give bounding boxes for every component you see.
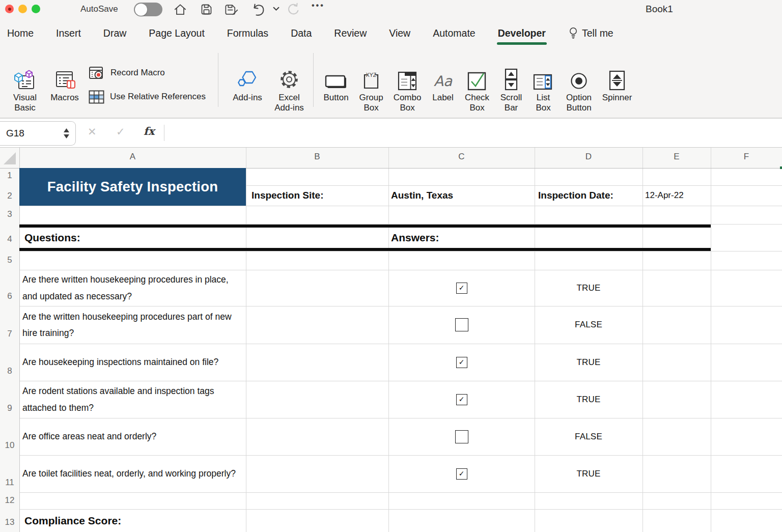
cell-a4-questions-header[interactable]: Questions: [24, 228, 80, 248]
name-box[interactable]: G18 [0, 121, 76, 146]
row-header-5[interactable]: 5 [0, 255, 19, 267]
home-icon[interactable] [173, 3, 187, 17]
close-window-button[interactable] [5, 5, 14, 13]
undo-dropdown-chevron-icon[interactable] [273, 7, 280, 11]
combo-box-control[interactable]: Combo Box [392, 51, 423, 113]
answer-cell[interactable]: TRUE [535, 455, 643, 492]
row-header-1[interactable]: 1 [0, 171, 19, 183]
list-box-control[interactable]: List Box [530, 51, 556, 113]
cell-c4-answers-header[interactable]: Answers: [391, 228, 439, 248]
form-checkbox[interactable] [456, 283, 467, 294]
tab-view[interactable]: View [389, 27, 410, 39]
scroll-bar-control[interactable]: Scroll Bar [498, 51, 524, 113]
sheet-title-banner[interactable]: Facility Safety Inspection [19, 168, 246, 206]
more-toolbar-options-icon[interactable]: ••• [312, 1, 325, 10]
column-header-a[interactable]: A [19, 152, 246, 162]
date-value-text: 12-Apr-22 [645, 190, 684, 201]
tab-draw[interactable]: Draw [103, 27, 127, 39]
tab-insert[interactable]: Insert [56, 27, 81, 39]
tell-me-control[interactable]: Tell me [568, 26, 613, 40]
excel-addins-label: Excel Add-ins [274, 93, 304, 113]
row-header-12[interactable]: 12 [0, 495, 19, 508]
toggle-knob [135, 4, 147, 16]
tab-page-layout[interactable]: Page Layout [149, 27, 205, 39]
question-cell[interactable]: Are there written housekeeping procedure… [22, 270, 242, 306]
form-button-control[interactable]: Button [321, 51, 351, 103]
select-all-corner[interactable] [0, 148, 20, 168]
spreadsheet-grid[interactable]: 1 2 3 4 5 6 7 8 9 10 11 12 13 A B C D E … [0, 148, 782, 532]
spinner-control[interactable]: Spinner [601, 51, 633, 103]
checkbox-cell [388, 455, 535, 492]
tab-home[interactable]: Home [7, 27, 34, 39]
column-header-c[interactable]: C [388, 152, 535, 162]
save-icon[interactable] [200, 3, 213, 16]
tab-developer[interactable]: Developer [498, 27, 546, 39]
group-box-icon: XYZ [361, 51, 381, 91]
column-header-b[interactable]: B [246, 152, 388, 162]
answer-cell[interactable]: FALSE [535, 418, 643, 455]
formula-input[interactable] [169, 119, 782, 147]
form-checkbox[interactable] [455, 430, 468, 443]
scroll-bar-icon [504, 51, 518, 91]
cell-a13-compliance-header[interactable]: Compliance Score: [24, 509, 121, 532]
answer-cell[interactable]: TRUE [535, 381, 643, 418]
form-checkbox[interactable] [456, 357, 467, 368]
save-a-copy-icon[interactable] [224, 3, 239, 17]
tab-data[interactable]: Data [291, 27, 312, 39]
row-header-4[interactable]: 4 [0, 234, 19, 246]
macros-label: Macros [50, 93, 79, 103]
use-relative-references-button[interactable]: Use Relative References [89, 87, 206, 106]
site-value-text: Austin, Texas [391, 190, 453, 201]
qa-row-7: Are the written housekeeping procedures … [0, 306, 782, 344]
answer-cell[interactable]: FALSE [535, 306, 643, 344]
scroll-bar-label: Scroll Bar [499, 93, 523, 113]
gridline [246, 148, 246, 168]
answer-cell[interactable]: TRUE [535, 344, 643, 381]
cell-e2-date-value[interactable]: 12-Apr-22 [645, 185, 709, 206]
question-cell[interactable]: Are housekeeping inspections maintained … [22, 344, 242, 381]
question-cell[interactable]: Are toilet facilities neat, orderly, and… [22, 455, 242, 492]
row-header-2[interactable]: 2 [0, 191, 19, 203]
column-header-d[interactable]: D [535, 152, 643, 162]
insert-function-icon[interactable]: fx [144, 125, 155, 137]
check-box-control[interactable]: Check Box [462, 51, 492, 113]
row-header-13[interactable]: 13 [0, 517, 19, 529]
label-glyph: Aa [434, 74, 452, 91]
name-box-value: G18 [0, 128, 64, 139]
question-cell[interactable]: Are the written housekeeping procedures … [22, 306, 242, 344]
tab-review[interactable]: Review [334, 27, 367, 39]
ribbon: Visual Basic Macros [0, 47, 782, 118]
form-checkbox[interactable] [456, 394, 467, 405]
label-control[interactable]: Aa Label [429, 51, 457, 103]
question-cell[interactable]: Are rodent stations available and inspec… [22, 381, 242, 418]
option-button-control[interactable]: Option Button [563, 51, 595, 113]
name-box-stepper[interactable] [64, 128, 69, 138]
undo-icon[interactable] [250, 3, 266, 18]
macros-button[interactable]: Macros [49, 51, 80, 103]
tab-automate[interactable]: Automate [433, 27, 475, 39]
cell-b2-site-label[interactable]: Inspection Site: [252, 185, 384, 206]
column-header-f[interactable]: F [711, 152, 782, 162]
questions-header-text: Questions: [24, 232, 80, 244]
record-macro-button[interactable]: Record Macro [89, 63, 206, 82]
visual-basic-button[interactable]: Visual Basic [8, 51, 42, 113]
form-checkbox[interactable] [456, 468, 467, 480]
column-header-e[interactable]: E [643, 152, 711, 162]
row-header-3[interactable]: 3 [0, 209, 19, 221]
gridline [535, 148, 535, 168]
question-cell[interactable]: Are office areas neat and orderly? [22, 418, 242, 455]
addins-button[interactable]: Add-ins [232, 51, 263, 103]
minimize-window-button[interactable] [18, 5, 27, 13]
tab-developer-label: Developer [498, 27, 546, 39]
cell-d2-date-label[interactable]: Inspection Date: [538, 185, 640, 206]
answer-cell[interactable]: TRUE [535, 270, 643, 306]
confirm-entry-icon: ✓ [116, 126, 125, 138]
autosave-toggle[interactable] [134, 3, 162, 16]
cell-c2-site-value[interactable]: Austin, Texas [391, 185, 531, 206]
group-box-control[interactable]: XYZ Group Box [356, 51, 386, 113]
tab-formulas[interactable]: Formulas [227, 27, 268, 39]
document-title: Book1 [646, 4, 673, 15]
excel-addins-button[interactable]: Excel Add-ins [272, 51, 306, 113]
zoom-window-button[interactable] [32, 5, 40, 13]
form-checkbox[interactable] [455, 318, 468, 331]
